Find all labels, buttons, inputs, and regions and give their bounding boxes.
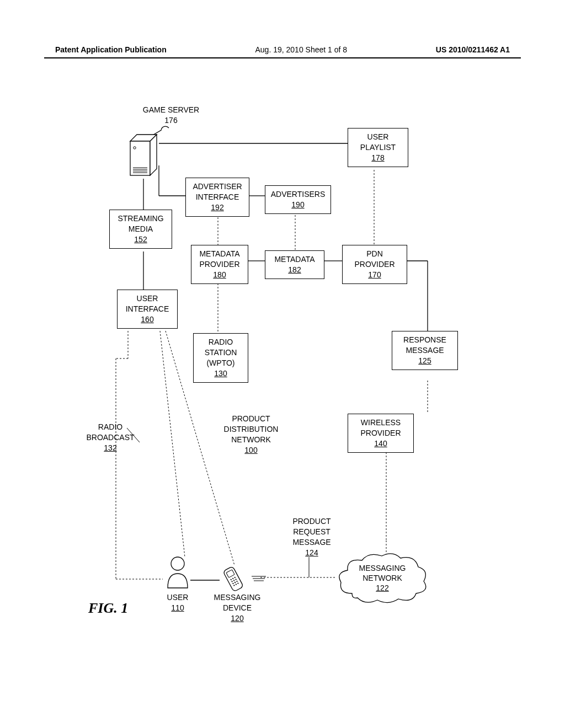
user-playlist-box: USER PLAYLIST 178 xyxy=(348,128,408,167)
messaging-device-label: MESSAGING DEVICE 120 xyxy=(204,592,270,624)
header-date-sheet: Aug. 19, 2010 Sheet 1 of 8 xyxy=(255,45,347,54)
radio-broadcast-label: RADIO BROADCAST 132 xyxy=(77,422,143,453)
pdn-provider-ref: 170 xyxy=(368,270,381,279)
user-playlist-ref: 178 xyxy=(371,153,384,162)
messaging-device-ref: 120 xyxy=(231,614,243,623)
page-header: Patent Application Publication Aug. 19, … xyxy=(55,45,510,54)
game-server-name: GAME SERVER xyxy=(143,105,199,114)
user-interface-ref: 160 xyxy=(141,315,153,324)
svg-point-35 xyxy=(171,557,184,570)
messaging-network-ref: 122 xyxy=(376,583,388,593)
response-message-box: RESPONSE MESSAGE 125 xyxy=(392,331,458,370)
pdn-provider-box: PDN PROVIDER 170 xyxy=(342,245,407,284)
messaging-network-name: MESSAGING NETWORK xyxy=(359,563,406,583)
radio-station-box: RADIO STATION (WPTO) 130 xyxy=(193,333,248,383)
motion-lines-icon xyxy=(250,575,267,582)
person-icon xyxy=(164,556,191,589)
metadata-provider-ref: 180 xyxy=(213,270,226,279)
header-rule xyxy=(44,57,521,58)
header-publication: Patent Application Publication xyxy=(55,45,167,54)
header-pubnum: US 2010/0211462 A1 xyxy=(436,45,510,54)
user-name: USER xyxy=(167,593,189,602)
figure-1-diagram: GAME SERVER 176 USER PLAYLIST 178 ADVERT… xyxy=(77,105,486,656)
advertiser-interface-name: ADVERTISER INTERFACE xyxy=(193,182,242,201)
streaming-media-box: STREAMING MEDIA 152 xyxy=(109,210,172,249)
radio-station-name: RADIO STATION (WPTO) xyxy=(205,338,237,367)
radio-station-ref: 130 xyxy=(214,369,227,378)
user-playlist-name: USER PLAYLIST xyxy=(360,132,396,152)
advertiser-interface-ref: 192 xyxy=(211,203,223,212)
server-icon xyxy=(128,131,159,179)
advertiser-interface-box: ADVERTISER INTERFACE 192 xyxy=(185,178,249,217)
wireless-provider-name: WIRELESS PROVIDER xyxy=(360,418,401,437)
messaging-device-name: MESSAGING DEVICE xyxy=(214,593,261,612)
streaming-media-name: STREAMING MEDIA xyxy=(118,214,163,233)
pdn-label: PRODUCT DISTRIBUTION NETWORK 100 xyxy=(210,414,292,456)
page: Patent Application Publication Aug. 19, … xyxy=(0,0,565,728)
pdn-name: PRODUCT DISTRIBUTION NETWORK xyxy=(224,414,279,444)
radio-broadcast-ref: 132 xyxy=(104,443,116,452)
messaging-network-label: MESSAGING NETWORK 122 xyxy=(335,550,429,606)
phone-icon xyxy=(220,564,253,591)
metadata-provider-name: METADATA PROVIDER xyxy=(199,249,239,269)
game-server-ref: 176 xyxy=(164,116,177,125)
wireless-provider-ref: 140 xyxy=(374,439,387,448)
pdn-provider-name: PDN PROVIDER xyxy=(354,249,395,269)
user-ref: 110 xyxy=(171,603,184,612)
advertisers-ref: 190 xyxy=(291,200,304,209)
wireless-provider-box: WIRELESS PROVIDER 140 xyxy=(348,414,414,453)
prm-name: PRODUCT REQUEST MESSAGE xyxy=(292,517,331,547)
advertisers-box: ADVERTISERS 190 xyxy=(265,185,331,214)
advertisers-name: ADVERTISERS xyxy=(271,190,326,199)
radio-broadcast-name: RADIO BROADCAST xyxy=(86,422,134,442)
user-interface-box: USER INTERFACE 160 xyxy=(117,290,178,329)
pdn-ref: 100 xyxy=(244,446,257,454)
response-message-name: RESPONSE MESSAGE xyxy=(403,335,446,355)
streaming-media-ref: 152 xyxy=(134,235,147,244)
response-message-ref: 125 xyxy=(418,356,431,365)
cloud-icon: MESSAGING NETWORK 122 xyxy=(335,550,429,606)
user-interface-name: USER INTERFACE xyxy=(126,294,169,313)
svg-line-21 xyxy=(160,331,185,557)
svg-rect-28 xyxy=(130,141,150,175)
figure-label: FIG. 1 xyxy=(88,600,128,617)
prm-ref: 124 xyxy=(305,548,318,557)
game-server-label: GAME SERVER 176 xyxy=(132,105,210,126)
metadata-ref: 182 xyxy=(288,265,301,274)
svg-marker-29 xyxy=(150,135,157,175)
user-label: USER 110 xyxy=(156,592,200,613)
metadata-provider-box: METADATA PROVIDER 180 xyxy=(191,245,248,284)
metadata-box: METADATA 182 xyxy=(265,250,324,279)
metadata-name: METADATA xyxy=(274,255,315,264)
